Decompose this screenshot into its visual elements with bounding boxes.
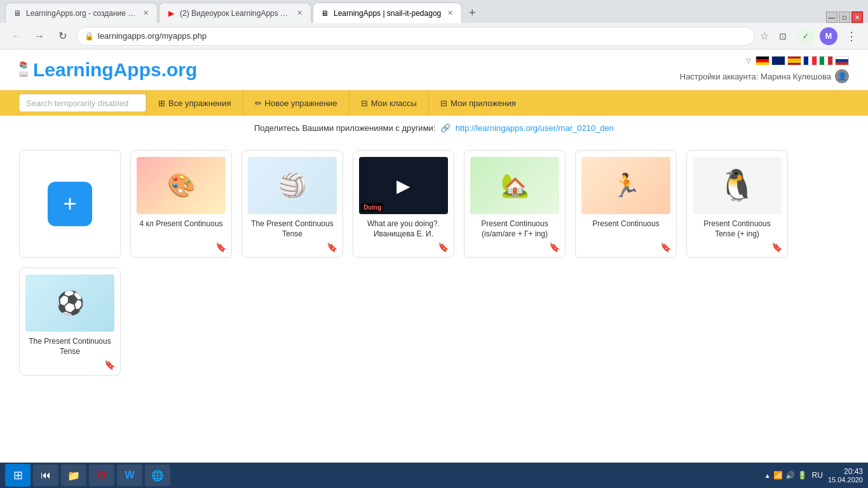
volume-icon[interactable]: 🔊 [785, 471, 795, 480]
nav-all-exercises-label: Все упражнения [168, 98, 231, 108]
tab-2-close[interactable]: ✕ [294, 8, 304, 18]
address-input[interactable]: 🔒 learningapps.org/myapps.php [76, 27, 755, 46]
app-1-title: 4 кл Present Continuous [139, 219, 222, 251]
my-classes-icon: ⊟ [361, 98, 368, 108]
bookmark-star-icon[interactable]: ☆ [760, 30, 769, 42]
header-right: ▽ Настройки аккаунта: Марина Кулешова 👤 [680, 56, 849, 83]
word-icon: W [125, 470, 134, 481]
nav-my-apps[interactable]: ⊟ Мои приложения [428, 90, 527, 116]
tab-1-close[interactable]: ✕ [140, 8, 151, 18]
app-card-1[interactable]: 🎨 4 кл Present Continuous 🔖 [130, 150, 232, 258]
battery-icon[interactable]: 🔋 [797, 471, 807, 480]
app-card-4[interactable]: 🏡 Present Continuous (is/am/are + Г+ ing… [464, 150, 566, 258]
window-close-button[interactable]: ✕ [851, 11, 863, 23]
window-minimize-button[interactable]: — [826, 11, 837, 23]
tab-1[interactable]: 🖥 LearningApps.org - создание му... ✕ [5, 3, 158, 23]
address-bar: ← → ↻ 🔒 learningapps.org/myapps.php ☆ ⊡ … [0, 23, 868, 50]
chrome-icon: 🌐 [151, 470, 164, 482]
network-icon[interactable]: 📶 [773, 471, 783, 480]
menu-button[interactable]: ⋮ [843, 27, 860, 45]
taskbar-start-button[interactable]: ⊞ [5, 464, 31, 487]
app-2-thumbnail: 🏐 [248, 157, 337, 214]
nav-new-exercise[interactable]: ✏ Новое упражнение [243, 90, 349, 116]
flag-fr[interactable] [803, 56, 817, 65]
add-plus-icon: + [63, 193, 76, 215]
site-logo[interactable]: LearningApps.org [33, 59, 197, 81]
app-card-2[interactable]: 🏐 The Present Continuous Tense 🔖 [241, 150, 343, 258]
taskbar-app-explorer[interactable]: 📁 [61, 464, 86, 486]
tray-arrow-icon[interactable]: ▲ [764, 472, 771, 479]
app-3-thumbnail: ▶ Doing [359, 157, 448, 214]
navigation-bar: Search temporarily disabled ⊞ Все упражн… [0, 90, 868, 116]
tab-3-title: LearningApps | snail-it-pedagog [334, 9, 441, 18]
share-link[interactable]: http://learningapps.org/user/mar_0210_de… [456, 123, 614, 133]
app-6-thumbnail: 🐧 [693, 157, 782, 214]
cast-button[interactable]: ⊡ [774, 27, 792, 45]
clock-time: 20:43 [828, 467, 863, 476]
app-4-thumbnail: 🏡 [470, 157, 559, 214]
logo-text: LearningApps.org [33, 59, 197, 80]
app-card-7[interactable]: ⚽ The Present Continuous Tense 🔖 [19, 268, 121, 376]
app-5-bookmark-icon[interactable]: 🔖 [660, 242, 671, 252]
logo-area: 📚📖 LearningApps.org [19, 59, 197, 81]
nav-my-classes[interactable]: ⊟ Мои классы [349, 90, 428, 116]
flag-es[interactable] [787, 56, 801, 65]
app-1-thumb-icon: 🎨 [167, 172, 196, 199]
search-placeholder-text: Search temporarily disabled [26, 98, 128, 108]
extensions-button[interactable]: ✓ [797, 27, 815, 45]
app-2-bookmark-icon[interactable]: 🔖 [327, 242, 337, 252]
new-tab-button[interactable]: + [463, 4, 481, 22]
window-maximize-button[interactable]: □ [839, 11, 850, 23]
app-4-thumb-icon: 🏡 [501, 172, 529, 199]
app-7-bookmark-icon[interactable]: 🔖 [104, 360, 115, 370]
tab-1-title: LearningApps.org - создание му... [26, 9, 137, 18]
refresh-button[interactable]: ↻ [53, 27, 71, 45]
language-indicator[interactable]: RU [812, 471, 823, 480]
account-label: Настройки аккаунта: Марина Кулешова [680, 72, 831, 81]
media-player-icon: ⏮ [41, 470, 51, 481]
taskbar-app-word[interactable]: W [117, 464, 142, 486]
nav-my-classes-label: Мои классы [371, 98, 417, 108]
back-button[interactable]: ← [8, 27, 25, 45]
system-tray: ▲ 📶 🔊 🔋 [764, 471, 807, 480]
tab-3[interactable]: 🖥 LearningApps | snail-it-pedagog ✕ [313, 3, 462, 23]
app-2-thumb-icon: 🏐 [278, 172, 307, 199]
taskbar-app-opera[interactable]: O [89, 464, 114, 486]
app-card-5[interactable]: 🏃 Present Continuous 🔖 [575, 150, 677, 258]
app-7-thumb-icon: ⚽ [56, 290, 85, 316]
app-3-title: What are you doing?. Иванищева Е. И. [360, 219, 447, 251]
profile-button[interactable]: M [820, 27, 837, 45]
share-bar: Поделитесь Вашими приложениями с другими… [0, 116, 868, 140]
flag-gb[interactable] [771, 56, 785, 65]
tab-3-close[interactable]: ✕ [445, 8, 455, 18]
tab-2[interactable]: ▶ (2) Видеоурок LearningApps Co... ✕ [159, 3, 311, 23]
app-1-bookmark-icon[interactable]: 🔖 [215, 242, 226, 252]
forward-button[interactable]: → [31, 27, 48, 45]
app-card-6[interactable]: 🐧 Present Continuous Tense (+ ing) 🔖 [686, 150, 788, 258]
taskbar-app-chrome[interactable]: 🌐 [145, 464, 170, 486]
taskbar-app-media[interactable]: ⏮ [33, 464, 58, 486]
add-app-button[interactable]: + [48, 182, 92, 226]
app-3-bookmark-icon[interactable]: 🔖 [438, 242, 449, 252]
search-box[interactable]: Search temporarily disabled [19, 94, 146, 112]
flag-ru[interactable] [835, 56, 849, 65]
my-apps-icon: ⊟ [440, 98, 447, 108]
file-explorer-icon: 📁 [67, 470, 80, 482]
taskbar: ⊞ ⏮ 📁 O W 🌐 ▲ 📶 🔊 🔋 RU 20:43 15.04.2020 [0, 463, 868, 488]
add-app-card[interactable]: + [19, 150, 121, 258]
opera-browser-icon: O [98, 470, 105, 481]
app-card-3[interactable]: ▶ Doing What are you doing?. Иванищева Е… [353, 150, 454, 258]
app-4-bookmark-icon[interactable]: 🔖 [549, 242, 560, 252]
new-exercise-icon: ✏ [255, 98, 262, 108]
app-6-bookmark-icon[interactable]: 🔖 [771, 242, 782, 252]
app-6-thumb-icon: 🐧 [718, 168, 756, 203]
app-1-thumbnail: 🎨 [137, 157, 226, 214]
flag-de[interactable] [756, 56, 770, 65]
flag-it[interactable] [819, 56, 833, 65]
nav-all-exercises[interactable]: ⊞ Все упражнения [146, 90, 243, 116]
account-avatar-icon[interactable]: 👤 [835, 69, 849, 83]
flags-dropdown-arrow[interactable]: ▽ [746, 57, 751, 64]
taskbar-clock[interactable]: 20:43 15.04.2020 [828, 467, 863, 484]
app-2-title: The Present Continuous Tense [248, 219, 336, 251]
url-text: learningapps.org/myapps.php [98, 31, 207, 41]
